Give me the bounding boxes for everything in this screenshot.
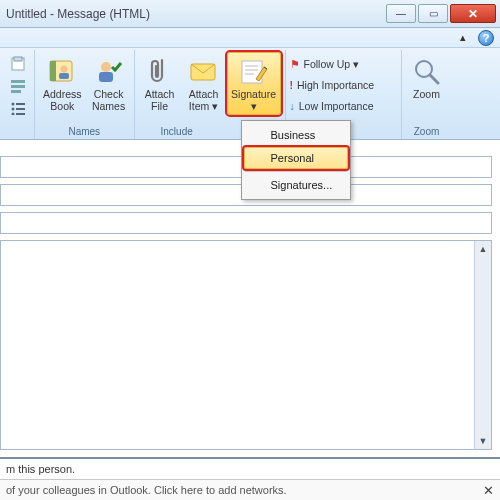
scroll-down-icon[interactable]: ▼ xyxy=(475,433,491,449)
attach-file-button[interactable]: Attach File xyxy=(139,52,181,115)
include-group: Attach File Attach Item ▾ Signature ▾ In… xyxy=(135,50,286,139)
message-body-wrap: ▲ ▼ xyxy=(0,240,492,450)
zoom-group-label: Zoom xyxy=(406,125,448,139)
close-button[interactable]: ✕ xyxy=(450,4,496,23)
clipboard-mini-group xyxy=(2,50,35,139)
mini-group-label xyxy=(6,125,30,139)
svg-rect-16 xyxy=(99,72,113,82)
attach-item-button[interactable]: Attach Item ▾ xyxy=(183,52,225,115)
ribbon: Address Book Check Names Names Attach Fi… xyxy=(0,48,500,140)
social-close-icon[interactable]: ✕ xyxy=(483,483,494,498)
signature-button[interactable]: Signature ▾ xyxy=(227,52,281,115)
people-pane-text: m this person. xyxy=(6,463,75,475)
low-importance-button[interactable]: ↓ Low Importance xyxy=(290,96,374,116)
signature-icon xyxy=(238,55,270,87)
check-names-button[interactable]: Check Names xyxy=(88,52,130,115)
follow-up-button[interactable]: ⚑ Follow Up ▾ xyxy=(290,54,360,74)
svg-line-23 xyxy=(430,75,438,83)
svg-point-15 xyxy=(101,62,111,72)
window-title: Untitled - Message (HTML) xyxy=(4,7,384,21)
address-book-button[interactable]: Address Book xyxy=(39,52,86,115)
svg-rect-3 xyxy=(11,85,25,88)
people-pane-header[interactable]: m this person. xyxy=(0,457,500,479)
menu-separator xyxy=(245,171,347,172)
svg-rect-8 xyxy=(16,108,25,110)
svg-rect-4 xyxy=(11,90,21,93)
attach-item-icon xyxy=(188,55,220,87)
svg-point-9 xyxy=(12,113,15,116)
scrollbar[interactable]: ▲ ▼ xyxy=(474,241,491,449)
list-small-icon[interactable] xyxy=(6,98,30,118)
svg-point-13 xyxy=(61,66,68,73)
zoom-button[interactable]: Zoom xyxy=(406,52,448,104)
help-icon[interactable]: ? xyxy=(478,30,494,46)
social-connector-text: of your colleagues in Outlook. Click her… xyxy=(6,484,287,496)
flag-icon: ⚑ xyxy=(290,58,300,70)
svg-point-7 xyxy=(12,108,15,111)
subject-field[interactable] xyxy=(0,212,492,234)
high-importance-button[interactable]: ! High Importance xyxy=(290,75,375,95)
ribbon-corner-bar: ▴ ? xyxy=(0,28,500,48)
svg-rect-14 xyxy=(59,73,69,79)
message-body[interactable] xyxy=(1,241,474,449)
svg-rect-6 xyxy=(16,103,25,105)
signature-menu-signatures[interactable]: Signatures... xyxy=(244,174,348,196)
format-small-icon[interactable] xyxy=(6,76,30,96)
signature-menu-business[interactable]: Business xyxy=(244,124,348,146)
maximize-button[interactable]: ▭ xyxy=(418,4,448,23)
paperclip-icon xyxy=(144,55,176,87)
names-group-label: Names xyxy=(39,125,130,139)
address-book-icon xyxy=(46,55,78,87)
names-group: Address Book Check Names Names xyxy=(35,50,135,139)
signature-menu-personal[interactable]: Personal xyxy=(244,147,348,169)
svg-rect-12 xyxy=(50,61,56,81)
scroll-up-icon[interactable]: ▲ xyxy=(475,241,491,257)
svg-rect-1 xyxy=(14,57,22,61)
exclamation-icon: ! xyxy=(290,79,294,91)
social-connector-bar[interactable]: of your colleagues in Outlook. Click her… xyxy=(0,479,500,500)
svg-point-5 xyxy=(12,103,15,106)
svg-rect-2 xyxy=(11,80,25,83)
down-arrow-icon: ↓ xyxy=(290,100,295,112)
minimize-button[interactable]: — xyxy=(386,4,416,23)
svg-rect-10 xyxy=(16,113,25,115)
signature-menu: Business Personal Signatures... xyxy=(241,120,351,200)
zoom-group: Zoom Zoom xyxy=(402,50,452,139)
check-names-icon xyxy=(93,55,125,87)
collapse-ribbon-icon[interactable]: ▴ xyxy=(456,31,470,45)
window-controls: — ▭ ✕ xyxy=(384,4,496,23)
paste-small-icon[interactable] xyxy=(6,54,30,74)
title-bar: Untitled - Message (HTML) — ▭ ✕ xyxy=(0,0,500,28)
magnifier-icon xyxy=(411,55,443,87)
